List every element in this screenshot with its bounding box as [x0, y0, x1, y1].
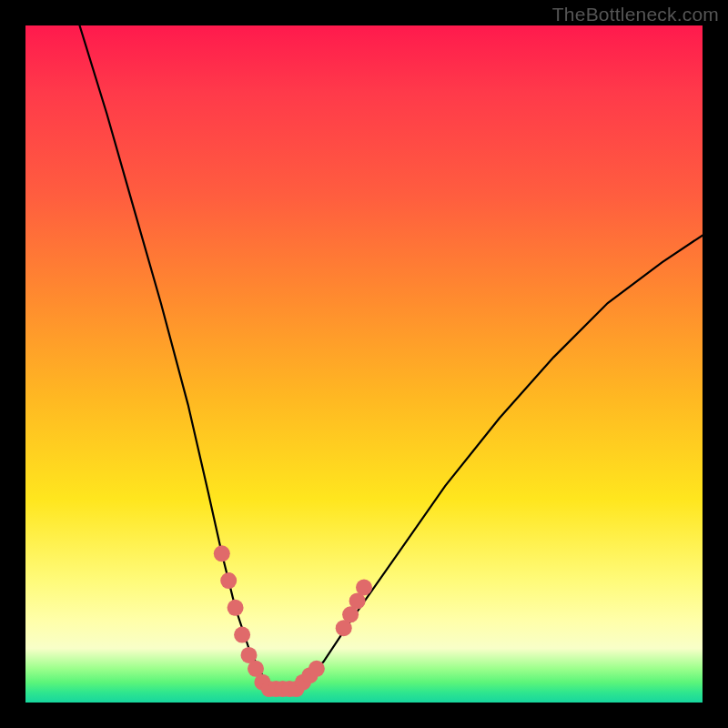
bottleneck-curve [80, 25, 703, 689]
highlight-markers [214, 545, 372, 697]
watermark-text: TheBottleneck.com [552, 4, 719, 25]
highlight-marker [261, 681, 278, 697]
highlight-marker [295, 674, 311, 691]
highlight-marker [234, 627, 250, 643]
highlight-marker [336, 620, 352, 636]
highlight-marker [220, 572, 237, 589]
highlight-marker [268, 681, 284, 697]
curve-layer [25, 25, 703, 703]
highlight-marker [275, 681, 291, 697]
highlight-marker [241, 647, 258, 663]
plot-area [25, 25, 703, 703]
highlight-marker [288, 681, 305, 697]
highlight-marker [228, 600, 244, 616]
chart-frame: TheBottleneck.com [0, 0, 728, 728]
highlight-marker [356, 580, 372, 596]
highlight-marker [248, 661, 264, 677]
highlight-marker [308, 661, 325, 677]
highlight-marker [254, 674, 270, 691]
highlight-marker [302, 667, 318, 683]
highlight-marker [214, 545, 230, 561]
highlight-marker [342, 606, 359, 622]
highlight-marker [349, 592, 366, 609]
highlight-marker [281, 681, 298, 697]
